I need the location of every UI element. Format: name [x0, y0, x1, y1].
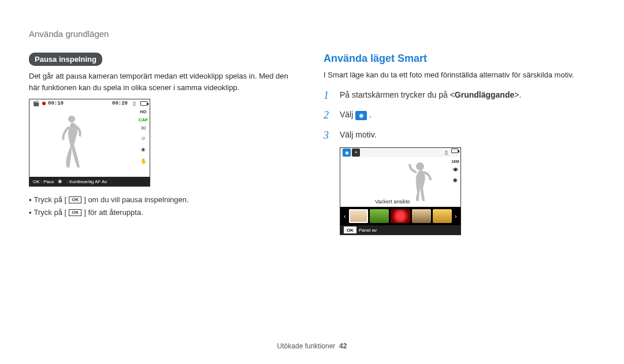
- prev-arrow-icon: ‹: [343, 213, 347, 220]
- eye-icon: 👁: [451, 166, 459, 174]
- elapsed-time: 00:10: [48, 101, 64, 106]
- step-number: 3: [324, 127, 332, 144]
- scene-thumbnail-strip: ‹ ›: [340, 207, 460, 225]
- footer-label: Utökade funktioner: [277, 342, 336, 350]
- scene-thumb-1: [349, 209, 368, 223]
- smart-mode-heading: Använda läget Smart: [324, 53, 595, 65]
- step-number: 2: [324, 106, 332, 124]
- ss1-footer-af: : Kontinuerlig AF Av: [66, 179, 107, 184]
- total-time: 00:20: [112, 101, 128, 106]
- svg-point-1: [416, 162, 424, 170]
- manual-page: Använda grundlägen Pausa inspelning Det …: [0, 0, 624, 364]
- step-number: 1: [324, 87, 332, 105]
- b1-post: ] om du vill pausa inspelningen.: [84, 194, 188, 206]
- left-column: Pausa inspelning Det går att pausa kamer…: [29, 53, 300, 235]
- svg-point-0: [68, 116, 75, 122]
- s2-pre: Välj: [340, 110, 355, 119]
- dancer-silhouette-icon: [61, 113, 82, 169]
- ss2-footer-text: Panel av: [359, 228, 377, 233]
- bullet-dot-icon: •: [29, 194, 32, 206]
- smart-camera-icon: ◉: [355, 111, 367, 120]
- flower-macro-icon: ❀: [451, 176, 459, 184]
- ss1-right-icons: HD CAF 30 ☺ ❀ ✋: [137, 107, 150, 177]
- scene-name-label: Vackert ansikte: [375, 199, 410, 205]
- page-footer: Utökade funktioner 42: [0, 342, 624, 350]
- b2-pre: Tryck på [: [34, 206, 67, 219]
- bullet-2: • Tryck på [ OK ] för att återuppta.: [29, 206, 300, 219]
- focus-mode-icon: ⌖: [352, 148, 360, 157]
- s1-pre: På startskärmen trycker du på <: [340, 90, 455, 99]
- numbered-steps: 1 På startskärmen trycker du på <Grundlä…: [324, 87, 595, 144]
- step-3: 3 Välj motiv.: [324, 127, 595, 144]
- sd-card-icon: ▯: [130, 99, 138, 107]
- ss1-canvas: [29, 107, 137, 177]
- ss2-footer: OK Panel av: [340, 225, 460, 235]
- bullet-1: • Tryck på [ OK ] om du vill pausa inspe…: [29, 194, 300, 206]
- bullet-dot-icon: •: [29, 206, 32, 219]
- step-1: 1 På startskärmen trycker du på <Grundlä…: [324, 87, 595, 105]
- flower-macro-icon: ❀: [139, 146, 147, 154]
- s1-post: >.: [514, 90, 521, 99]
- bullet-list: • Tryck på [ OK ] om du vill pausa inspe…: [29, 194, 300, 219]
- pause-intro-text: Det går att pausa kameran temporärt meda…: [29, 70, 300, 93]
- ss1-topbar: 🎬 00:10 00:20 ▯: [29, 99, 150, 107]
- s1-bold: Grundläggande: [455, 90, 514, 99]
- b2-post: ] för att återuppta.: [84, 206, 143, 219]
- video-pause-screenshot: 🎬 00:10 00:20 ▯: [29, 99, 150, 187]
- record-dot-icon: [42, 102, 46, 105]
- next-arrow-icon: ›: [454, 213, 458, 220]
- ss1-footer: OK : Paus ❀ : Kontinuerlig AF Av: [29, 177, 150, 186]
- hd-badge: HD: [140, 110, 147, 114]
- ss1-footer-ok: OK : Paus: [33, 179, 54, 184]
- step-2: 2 Välj ◉ .: [324, 106, 595, 124]
- resolution-badge: 16M: [451, 159, 459, 164]
- scene-thumb-3: [391, 209, 410, 223]
- ss2-right-icons: 16M 👁 ❀: [451, 159, 459, 184]
- flower-icon: ❀: [56, 177, 64, 185]
- stabilization-icon: ✋: [139, 157, 147, 165]
- b1-pre: Tryck på [: [34, 194, 67, 206]
- fps-badge: 30: [141, 126, 146, 131]
- sd-card-icon: ▯: [442, 148, 450, 157]
- step-1-text: På startskärmen trycker du på <Grundlägg…: [340, 88, 521, 102]
- ss1-body: HD CAF 30 ☺ ❀ ✋: [29, 107, 150, 177]
- step-2-text: Välj ◉ .: [340, 108, 372, 122]
- caf-badge: CAF: [139, 118, 148, 122]
- smart-mode-intro: I Smart läge kan du ta ett foto med föri…: [324, 69, 595, 81]
- s2-post: .: [369, 110, 372, 119]
- page-number: 42: [339, 342, 347, 350]
- scene-thumb-4: [412, 209, 431, 223]
- step-3-text: Välj motiv.: [340, 128, 377, 142]
- battery-icon: [451, 148, 458, 153]
- ss2-topbar: ◉ ⌖ ▯: [340, 148, 460, 157]
- scene-thumb-5: [433, 209, 452, 223]
- two-column-layout: Pausa inspelning Det går att pausa kamer…: [29, 53, 595, 235]
- ss2-body: 16M 👁 ❀ Vackert ansikte: [340, 157, 460, 207]
- child-silhouette-icon: [408, 161, 432, 201]
- right-column: Använda läget Smart I Smart läge kan du …: [324, 53, 595, 235]
- ok-button-icon: OK: [69, 209, 81, 216]
- scene-thumb-2: [370, 209, 389, 223]
- smart-mode-screenshot: ◉ ⌖ ▯ 16M: [340, 147, 461, 235]
- smart-mode-icon: ◉: [343, 148, 351, 157]
- video-mode-icon: 🎬: [32, 99, 40, 107]
- ok-button-icon: OK: [344, 226, 356, 233]
- battery-icon: [140, 101, 147, 106]
- breadcrumb: Använda grundlägen: [29, 29, 595, 39]
- face-detect-icon: ☺: [139, 134, 147, 142]
- section-pill-pause: Pausa inspelning: [29, 53, 102, 66]
- ok-button-icon: OK: [69, 196, 81, 203]
